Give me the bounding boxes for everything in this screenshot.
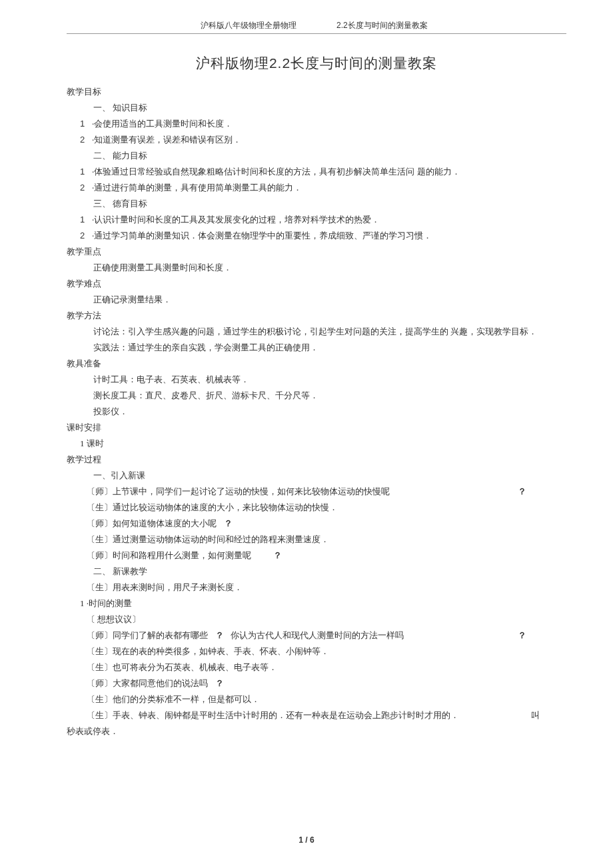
dialogue-line: 〔师〕时间和路程用什么测量，如何测量呢 ？ — [87, 550, 566, 562]
dialogue-line: 〔生〕他们的分类标准不一样，但是都可以． — [87, 693, 566, 705]
dialogue-continuation: 秒表或停表． — [67, 725, 566, 737]
goal-text: ·通过学习简单的测量知识．体会测量在物理学中的重要性，养成细致、严谨的学习习惯． — [92, 230, 432, 240]
goal-text: ·认识计量时间和长度的工具及其发展变化的过程，培养对科学技术的热爱． — [92, 215, 380, 224]
header-left: 沪科版八年级物理全册物理 — [67, 20, 330, 31]
goal-item: 1·认识计量时间和长度的工具及其发展变化的过程，培养对科学技术的热爱． — [80, 214, 566, 226]
header-text: 长度与时间的测量教案 — [348, 21, 428, 30]
dialogue-line: 〔生〕现在的表的种类很多，如钟表、手表、怀表、小闹钟等． — [87, 646, 566, 657]
tools-text: 测长度工具：直尺、皮卷尺、折尺、游标卡尺、千分尺等． — [93, 390, 566, 402]
think-discuss: 〔 想想议议〕 — [87, 614, 566, 626]
dialogue-text: 〔师〕时间和路程用什么测量，如何测量呢 — [87, 550, 251, 560]
dialogue-line: 〔师〕如何知道物体速度的大小呢 ？ — [87, 518, 566, 530]
goal-text: ·体验通过日常经验或自然现象粗略估计时间和长度的方法，具有初步解决简单生活问 题… — [92, 167, 460, 177]
section-difficulty: 教学难点 — [67, 278, 566, 290]
goal-text: ·会使用适当的工具测量时间和长度． — [92, 119, 233, 129]
section-goal: 教学目标 — [67, 86, 566, 98]
dialogue-tail: 叫 — [531, 709, 540, 721]
question-mark-icon: ？ — [215, 630, 224, 640]
process-new: 二、 新课教学 — [93, 566, 566, 578]
goal-moral: 三、 德育目标 — [93, 198, 566, 210]
question-mark-icon: ？ — [518, 486, 526, 498]
dialogue-line: 〔生〕也可将表分为石英表、机械表、电子表等． — [87, 661, 566, 673]
process-intro: 一、引入新课 — [93, 470, 566, 482]
dialogue-line: 〔生〕通过测量运动物体运动的时间和经过的路程来测量速度． — [87, 534, 566, 546]
dialogue-line: 〔生〕手表、钟表、闹钟都是平时生活中计时用的．还有一种表是在运动会上跑步计时时才… — [87, 709, 566, 721]
goal-knowledge: 一、 知识目标 — [93, 102, 566, 114]
goal-item: 1·体验通过日常经验或自然现象粗略估计时间和长度的方法，具有初步解决简单生活问 … — [80, 166, 566, 178]
question-mark-icon: ？ — [518, 630, 526, 642]
focus-text: 正确使用测量工具测量时间和长度． — [93, 262, 566, 274]
method-text: 实践法：通过学生的亲自实践，学会测量工具的正确使用． — [93, 342, 566, 354]
goal-item: 1·会使用适当的工具测量时间和长度． — [80, 118, 566, 130]
method-text: 讨论法：引入学生感兴趣的问题，通过学生的积极讨论，引起学生对问题的关注，提高学生… — [93, 326, 566, 338]
question-mark-icon: ？ — [215, 678, 224, 688]
goal-item: 2·通过学习简单的测量知识．体会测量在物理学中的重要性，养成细致、严谨的学习习惯… — [80, 230, 566, 242]
dialogue-text: 〔师〕大家都同意他们的说法吗 — [87, 678, 208, 688]
question-mark-icon: ？ — [273, 550, 282, 560]
title-num: 2.2 — [269, 55, 291, 71]
section-schedule: 课时安排 — [67, 422, 566, 434]
dialogue-line: 〔师〕上节课中，同学们一起讨论了运动的快慢，如何来比较物体运动的快慢呢 ？ — [87, 486, 566, 498]
dialogue-text: 〔生〕手表、钟表、闹钟都是平时生活中计时用的．还有一种表是在运动会上跑步计时时才… — [87, 710, 459, 720]
goal-text: ·通过进行简单的测量，具有使用简单测量工具的能力． — [92, 183, 302, 193]
section-process: 教学过程 — [67, 454, 566, 466]
dialogue-text: 〔师〕上节课中，同学们一起讨论了运动的快慢，如何来比较物体运动的快慢呢 — [87, 486, 390, 496]
schedule-text: 1 课时 — [80, 438, 566, 450]
dialogue-line: 〔生〕用表来测时间，用尺子来测长度． — [87, 582, 566, 594]
dialogue-line: 〔师〕同学们了解的表都有哪些 ？ 你认为古代人和现代人测量时间的方法一样吗 ？ — [87, 630, 566, 642]
section-focus: 教学重点 — [67, 246, 566, 258]
tools-text: 计时工具：电子表、石英表、机械表等． — [93, 374, 566, 386]
dialogue-text: 〔师〕如何知道物体速度的大小呢 — [87, 518, 217, 528]
page-title: 沪科版物理2.2长度与时间的测量教案 — [67, 54, 566, 73]
goal-text: ·知道测量有误差，误差和错误有区别． — [92, 135, 241, 145]
title-suffix: 长度与时间的测量教案 — [291, 55, 437, 71]
dialogue-text: 〔师〕同学们了解的表都有哪些 — [87, 630, 208, 640]
header-right: 2.2长度与时间的测量教案 — [330, 20, 566, 31]
dialogue-line: 〔师〕大家都同意他们的说法吗 ？ — [87, 677, 566, 689]
page-number: 1 / 6 — [299, 835, 314, 845]
goal-item: 2·通过进行简单的测量，具有使用简单测量工具的能力． — [80, 182, 566, 194]
difficulty-text: 正确记录测量结果． — [93, 294, 566, 306]
header-num: 2.2 — [336, 21, 348, 30]
section-tools: 教具准备 — [67, 358, 566, 370]
topic-time-measure: 1 ·时间的测量 — [80, 598, 566, 610]
dialogue-line: 〔生〕通过比较运动物体的速度的大小，来比较物体运动的快慢． — [87, 502, 566, 514]
dialogue-text: 你认为古代人和现代人测量时间的方法一样吗 — [231, 630, 404, 640]
question-mark-icon: ？ — [224, 518, 233, 528]
goal-item: 2·知道测量有误差，误差和错误有区别． — [80, 134, 566, 146]
section-method: 教学方法 — [67, 310, 566, 322]
goal-ability: 二、 能力目标 — [93, 150, 566, 162]
title-prefix: 沪科版物理 — [196, 55, 269, 71]
tools-text: 投影仪． — [93, 406, 566, 418]
